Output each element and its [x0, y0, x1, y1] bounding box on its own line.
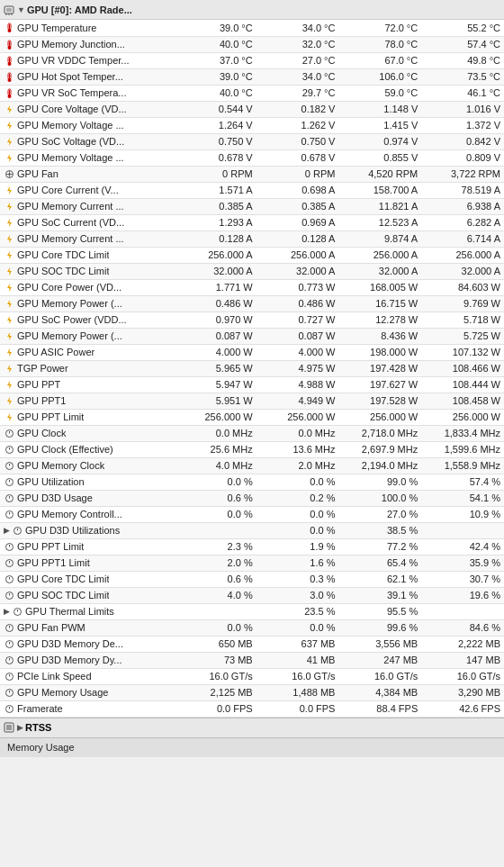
- metric-name: GPU Memory Current ...: [0, 198, 174, 214]
- metric-value: 1.148 V: [338, 101, 421, 117]
- metric-value: 0.486 W: [256, 295, 339, 312]
- metric-icon: [4, 655, 14, 665]
- metric-label: GPU Memory Controll...: [17, 509, 122, 519]
- metric-label: GPU Memory Junction...: [17, 39, 125, 50]
- metric-name: GPU Core TDC Limit: [0, 247, 174, 263]
- table-row: Framerate 0.0 FPS0.0 FPS88.4 FPS42.6 FPS: [0, 700, 504, 717]
- metric-value: 11.821 A: [338, 198, 421, 214]
- svg-marker-35: [7, 300, 12, 308]
- metric-icon: [12, 606, 22, 617]
- metric-value: 0.0 %: [256, 619, 339, 636]
- metric-label: GPU Memory Voltage ...: [17, 120, 124, 131]
- metric-value: 108.444 W: [421, 376, 504, 393]
- metric-value: 78.519 A: [421, 182, 504, 198]
- metric-name: ▶ GPU Thermal Limits: [0, 603, 174, 619]
- metric-value: 1.293 A: [174, 214, 256, 230]
- metric-value: 256.000 W: [421, 409, 504, 425]
- metric-icon: [4, 687, 14, 698]
- table-row: GPU Memory Controll... 0.0 %0.0 %27.0 %1…: [0, 506, 504, 522]
- table-row: GPU Core Voltage (VD... 0.544 V0.182 V1.…: [0, 101, 504, 117]
- metric-label: GPU Core TDC Limit: [17, 249, 109, 260]
- metric-value: 32.000 A: [338, 263, 421, 279]
- table-row: GPU Memory Voltage ... 1.264 V1.262 V1.4…: [0, 117, 504, 133]
- metric-value: 4.949 W: [256, 393, 339, 409]
- table-row: GPU Clock (Effective) 25.6 MHz13.6 MHz2,…: [0, 441, 504, 457]
- metric-value: 1.264 V: [174, 117, 256, 133]
- metric-label: GPU SOC TDC Limit: [17, 590, 109, 601]
- metric-value: 0.087 W: [174, 328, 256, 344]
- metric-value: 1.415 V: [338, 117, 421, 133]
- metric-value: 38.5 %: [338, 522, 421, 538]
- metric-value: 9.874 A: [338, 230, 421, 247]
- metric-value: 39.0 °C: [174, 20, 256, 36]
- metric-value: 4.0 MHz: [174, 457, 256, 474]
- metric-name: GPU Core Voltage (VD...: [0, 101, 174, 117]
- metric-value: 5.718 W: [421, 312, 504, 328]
- metric-value: 84.6 %: [421, 619, 504, 636]
- metric-label: GPU Memory Current ...: [17, 201, 124, 212]
- expand-icon[interactable]: ▶: [4, 526, 10, 535]
- svg-rect-80: [6, 725, 12, 730]
- metric-icon: [4, 411, 14, 422]
- metric-value: 34.0 °C: [256, 68, 339, 85]
- metric-value: [174, 603, 256, 619]
- metric-value: 247 MB: [338, 652, 421, 668]
- metric-value: 0.0 %: [256, 522, 339, 538]
- metric-value: 2,222 MB: [421, 636, 504, 652]
- metric-label: GPU SoC Voltage (VD...: [17, 136, 124, 147]
- metric-value: 19.6 %: [421, 587, 504, 603]
- metric-value: 256.000 A: [421, 247, 504, 263]
- metric-value: 41 MB: [256, 652, 339, 668]
- metric-name: GPU SOC TDC Limit: [0, 263, 174, 279]
- table-row: PCIe Link Speed 16.0 GT/s16.0 GT/s16.0 G…: [0, 668, 504, 684]
- metric-label: GPU Temperature: [17, 23, 96, 33]
- metric-icon: [4, 152, 14, 163]
- metric-label: GPU D3D Memory Dy...: [17, 655, 122, 665]
- metric-value: 4,384 MB: [338, 684, 421, 700]
- metric-value: 6.714 A: [421, 230, 504, 247]
- metric-value: 0 RPM: [256, 166, 339, 182]
- metric-name: GPU Memory Controll...: [0, 506, 174, 522]
- metric-value: 2.3 %: [174, 538, 256, 555]
- metric-value: 4.988 W: [256, 376, 339, 393]
- metric-value: 0.544 V: [174, 101, 256, 117]
- metric-value: 77.2 %: [338, 538, 421, 555]
- table-row: GPU Temperature 39.0 °C34.0 °C72.0 °C55.…: [0, 20, 504, 36]
- metric-value: 0.773 W: [256, 279, 339, 295]
- gpu-header[interactable]: ▼ GPU [#0]: AMD Rade...: [0, 0, 504, 20]
- metric-icon: [4, 703, 14, 714]
- metric-value: 256.000 A: [256, 247, 339, 263]
- metric-name: GPU PPT1: [0, 393, 174, 409]
- metric-icon: [4, 460, 14, 471]
- metric-value: 0.128 A: [256, 230, 339, 247]
- metric-value: 25.6 MHz: [174, 441, 256, 457]
- metric-icon: [4, 282, 14, 293]
- table-row: GPU Memory Clock 4.0 MHz2.0 MHz2,194.0 M…: [0, 457, 504, 474]
- metric-value: 256.000 A: [338, 247, 421, 263]
- expand-icon[interactable]: ▶: [4, 607, 10, 616]
- metric-label: TGP Power: [17, 363, 68, 374]
- metric-name: TGP Power: [0, 360, 174, 376]
- metric-value: 27.0 %: [338, 506, 421, 522]
- metric-value: 107.132 W: [421, 344, 504, 360]
- metric-value: 198.000 W: [338, 344, 421, 360]
- table-row: GPU Core TDC Limit 256.000 A256.000 A256…: [0, 247, 504, 263]
- metric-label: GPU SOC TDC Limit: [17, 266, 109, 276]
- table-row: GPU Fan PWM 0.0 %0.0 %99.6 %84.6 %: [0, 619, 504, 636]
- metric-value: 29.7 °C: [256, 85, 339, 101]
- metric-name: GPU D3D Memory Dy...: [0, 652, 174, 668]
- metric-value: 23.5 %: [256, 603, 339, 619]
- metric-value: 0.678 V: [256, 149, 339, 166]
- metric-value: 16.0 GT/s: [421, 668, 504, 684]
- metric-value: 158.700 A: [338, 182, 421, 198]
- metric-value: 0.809 V: [421, 149, 504, 166]
- metric-value: 65.4 %: [338, 555, 421, 571]
- table-row: GPU SOC TDC Limit 4.0 %3.0 %39.1 %19.6 %: [0, 587, 504, 603]
- metric-value: 197.428 W: [338, 360, 421, 376]
- metric-icon: [4, 444, 14, 455]
- metric-icon: [4, 330, 14, 341]
- metric-value: 27.0 °C: [256, 52, 339, 68]
- metric-value: 55.2 °C: [421, 20, 504, 36]
- metric-value: 6.282 A: [421, 214, 504, 230]
- svg-marker-40: [7, 381, 12, 389]
